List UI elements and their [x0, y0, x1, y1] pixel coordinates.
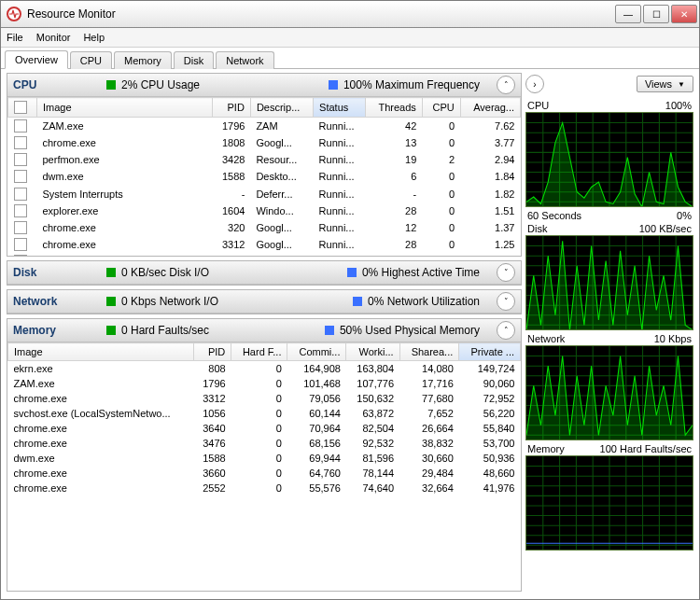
- charts-pane: › Views▼ CPU100%60 Seconds0%Disk100 KB/s…: [524, 69, 699, 599]
- chart-network: [525, 345, 693, 440]
- chart-cpu: [525, 112, 693, 207]
- cpu-panel-header[interactable]: CPU 2% CPU Usage 100% Maximum Frequency …: [7, 74, 521, 97]
- mcol-shareable[interactable]: Sharea...: [399, 343, 459, 361]
- row-checkbox[interactable]: [14, 153, 27, 166]
- memory-collapse-button[interactable]: ˄: [497, 321, 515, 340]
- table-row[interactable]: chrome.exe3312079,056150,63277,68072,952: [8, 391, 521, 406]
- maximize-button[interactable]: ☐: [643, 5, 669, 23]
- table-row[interactable]: chrome.exe3640070,96482,50426,66455,840: [8, 421, 521, 436]
- menu-file[interactable]: File: [7, 32, 23, 43]
- col-status[interactable]: Status: [314, 98, 366, 118]
- menu-help[interactable]: Help: [83, 32, 105, 43]
- resource-monitor-window: Resource Monitor — ☐ ✕ File Monitor Help…: [0, 0, 700, 600]
- memory-panel: Memory 0 Hard Faults/sec 50% Used Physic…: [7, 318, 522, 592]
- table-row[interactable]: ZAM.exe17960101,468107,77617,71690,060: [8, 376, 521, 391]
- table-row[interactable]: svchost.exe (LocalSystemNet...1056Host P…: [8, 253, 521, 256]
- memory-panel-title: Memory: [13, 324, 106, 337]
- network-panel-title: Network: [13, 295, 106, 308]
- table-row[interactable]: chrome.exe3660064,76078,14429,48448,660: [8, 466, 521, 481]
- disk-panel-title: Disk: [13, 266, 106, 279]
- col-pid[interactable]: PID: [212, 98, 250, 118]
- chart-title: Memory: [527, 443, 565, 454]
- disk-io-text: 0 KB/sec Disk I/O: [121, 266, 209, 279]
- col-average[interactable]: Averag...: [460, 98, 520, 118]
- mcol-hardfaults[interactable]: Hard F...: [231, 343, 287, 361]
- table-row[interactable]: perfmon.exe3428Resour...Runni...1922.94: [8, 151, 521, 168]
- tab-network[interactable]: Network: [216, 51, 273, 69]
- network-panel-header[interactable]: Network 0 Kbps Network I/O 0% Network Ut…: [7, 290, 521, 314]
- row-checkbox[interactable]: [14, 170, 27, 183]
- row-checkbox[interactable]: [14, 119, 27, 133]
- row-checkbox[interactable]: [14, 136, 27, 149]
- col-threads[interactable]: Threads: [366, 98, 422, 118]
- select-all-checkbox[interactable]: [14, 101, 27, 114]
- disk-active-swatch: [347, 268, 357, 277]
- mcol-commit[interactable]: Commi...: [287, 343, 346, 361]
- table-row[interactable]: dwm.exe1588Deskto...Runni...601.84: [8, 168, 521, 185]
- row-checkbox[interactable]: [14, 221, 27, 234]
- mcol-pid[interactable]: PID: [193, 343, 231, 361]
- cpu-usage-text: 2% CPU Usage: [121, 78, 200, 91]
- col-cpu[interactable]: CPU: [422, 98, 460, 118]
- menubar: File Monitor Help: [1, 28, 699, 48]
- row-checkbox[interactable]: [14, 204, 27, 217]
- table-row[interactable]: dwm.exe1588069,94481,59630,66050,936: [8, 451, 521, 466]
- col-description[interactable]: Descrip...: [250, 98, 313, 118]
- net-io-swatch: [106, 297, 116, 306]
- table-row[interactable]: chrome.exe3476068,15692,53238,83253,700: [8, 436, 521, 451]
- chart-scale: 100 KB/sec: [639, 223, 692, 234]
- table-row[interactable]: svchost.exe (LocalSystemNetwo...1056060,…: [8, 406, 521, 421]
- table-row[interactable]: chrome.exe3312Googl...Runni...2801.25: [8, 236, 521, 253]
- cpu-freq-text: 100% Maximum Frequency: [343, 78, 480, 91]
- cpu-collapse-button[interactable]: ˄: [497, 76, 515, 94]
- chart-foot-left: 60 Seconds: [527, 210, 581, 221]
- titlebar: Resource Monitor — ☐ ✕: [1, 1, 699, 28]
- cpu-panel-title: CPU: [13, 78, 106, 91]
- charts-collapse-button[interactable]: ›: [525, 75, 544, 93]
- memory-panel-header[interactable]: Memory 0 Hard Faults/sec 50% Used Physic…: [7, 319, 521, 342]
- table-row[interactable]: chrome.exe1808Googl...Runni...1303.77: [8, 134, 521, 151]
- table-row[interactable]: chrome.exe320Googl...Runni...1201.37: [8, 219, 521, 236]
- menu-monitor[interactable]: Monitor: [36, 32, 71, 43]
- window-title: Resource Monitor: [27, 7, 613, 21]
- views-button[interactable]: Views▼: [637, 76, 693, 92]
- col-image[interactable]: Image: [37, 98, 213, 118]
- tab-cpu[interactable]: CPU: [70, 51, 112, 69]
- mcol-working[interactable]: Worki...: [346, 343, 399, 361]
- tab-disk[interactable]: Disk: [174, 51, 214, 69]
- chart-scale: 100%: [665, 100, 692, 111]
- table-row[interactable]: ZAM.exe1796ZAMRunni...4207.62: [8, 118, 521, 135]
- cpu-freq-swatch: [329, 80, 338, 90]
- close-button[interactable]: ✕: [671, 5, 697, 23]
- chart-title: CPU: [527, 100, 549, 111]
- tab-overview[interactable]: Overview: [5, 50, 68, 69]
- row-checkbox[interactable]: [14, 255, 27, 256]
- chart-title: Network: [527, 333, 565, 344]
- cpu-process-table: Image PID Descrip... Status Threads CPU …: [7, 97, 521, 256]
- table-row[interactable]: System Interrupts-Deferr...Runni...-01.8…: [8, 185, 521, 202]
- cpu-panel: CPU 2% CPU Usage 100% Maximum Frequency …: [7, 73, 522, 257]
- chart-memory: [525, 455, 693, 551]
- minimize-button[interactable]: —: [615, 5, 641, 23]
- chart-scale: 10 Kbps: [654, 333, 692, 344]
- chart-disk: [525, 235, 693, 330]
- table-row[interactable]: ekrn.exe8080164,908163,80414,080149,724: [8, 361, 521, 377]
- mcol-image[interactable]: Image: [8, 343, 194, 361]
- disk-expand-button[interactable]: ˅: [497, 263, 515, 282]
- disk-io-swatch: [106, 268, 116, 277]
- mcol-private[interactable]: Private ...: [459, 343, 521, 361]
- net-io-text: 0 Kbps Network I/O: [121, 295, 218, 308]
- table-row[interactable]: chrome.exe2552055,57674,64032,66441,976: [8, 481, 521, 495]
- disk-active-text: 0% Highest Active Time: [362, 266, 480, 279]
- row-checkbox[interactable]: [14, 238, 27, 251]
- table-row[interactable]: explorer.exe1604Windo...Runni...2801.51: [8, 202, 521, 219]
- tabstrip: Overview CPU Memory Disk Network: [1, 48, 699, 69]
- tab-memory[interactable]: Memory: [114, 51, 172, 69]
- row-checkbox[interactable]: [14, 188, 27, 201]
- mem-used-text: 50% Used Physical Memory: [340, 324, 480, 337]
- chart-foot-right: 0%: [677, 210, 692, 221]
- disk-panel-header[interactable]: Disk 0 KB/sec Disk I/O 0% Highest Active…: [7, 261, 521, 285]
- network-expand-button[interactable]: ˅: [497, 292, 515, 311]
- memory-process-table: Image PID Hard F... Commi... Worki... Sh…: [7, 342, 521, 495]
- net-util-swatch: [353, 297, 362, 306]
